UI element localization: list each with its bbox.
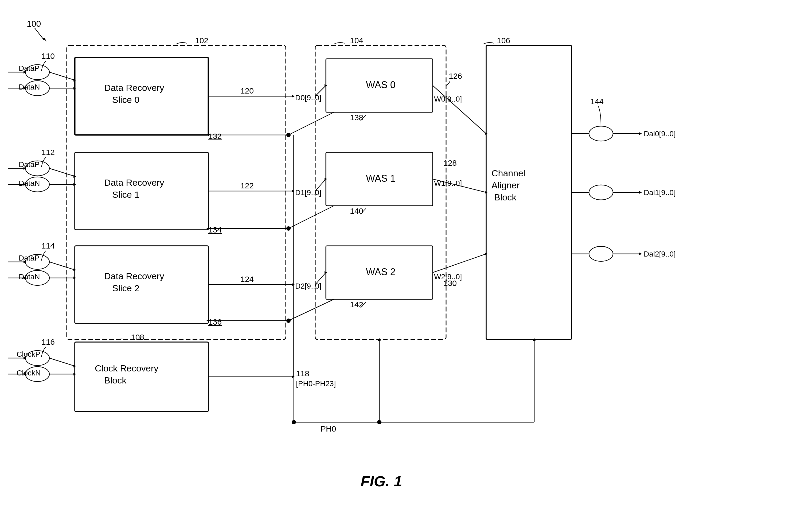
clock-recovery-box — [75, 342, 208, 411]
label-dal1: Dal1[9..0] — [644, 189, 676, 197]
svg-marker-70 — [639, 253, 642, 255]
svg-point-82 — [377, 420, 381, 424]
label-118: 118 — [296, 369, 309, 378]
channel-aligner-label2: Aligner — [491, 180, 520, 190]
label-datap2: DataP — [19, 160, 39, 169]
label-144: 144 — [590, 97, 604, 106]
clock-block-label2: Block — [104, 375, 126, 385]
svg-line-0 — [50, 72, 75, 80]
label-clockp: ClockP — [17, 350, 40, 359]
svg-point-79 — [292, 420, 296, 424]
label-datap1: DataP — [19, 64, 39, 73]
label-110: 110 — [41, 52, 55, 60]
label-104: 104 — [350, 36, 363, 45]
label-116: 116 — [41, 338, 55, 346]
svg-line-56 — [433, 86, 486, 134]
was1-label: WAS 1 — [366, 173, 396, 184]
slice1-label-line1: Data Recovery — [104, 177, 164, 188]
diagram-svg: 100 102 Data Recovery Slice 0 Data Recov… — [0, 0, 812, 516]
label-d0: D0[9..0] — [295, 93, 321, 102]
label-136: 136 — [208, 317, 222, 326]
label-106: 106 — [497, 36, 510, 45]
diagram-container: 100 102 Data Recovery Slice 0 Data Recov… — [0, 0, 812, 516]
svg-marker-33 — [292, 95, 295, 97]
label-138: 138 — [350, 113, 363, 122]
ellipse-dal1 — [589, 185, 613, 200]
channel-aligner-label1: Channel — [491, 168, 525, 178]
channel-aligner-label3: Block — [494, 192, 517, 202]
label-132: 132 — [208, 132, 222, 141]
label-112: 112 — [41, 148, 55, 156]
label-124: 124 — [240, 275, 254, 284]
svg-line-24 — [50, 358, 75, 366]
label-142: 142 — [350, 300, 363, 309]
label-ph0-ph23: [PH0-PH23] — [296, 379, 336, 388]
label-datan2: DataN — [19, 179, 40, 187]
ref-100: 100 — [27, 19, 41, 29]
slice2-label-line1: Data Recovery — [104, 271, 164, 281]
svg-line-60 — [433, 254, 486, 273]
svg-line-16 — [50, 262, 75, 270]
label-d2: D2[9..0] — [295, 282, 321, 290]
label-d1: D1[9..0] — [295, 189, 321, 197]
label-w0: W0[9..0] — [434, 95, 462, 103]
label-102: 102 — [195, 36, 208, 45]
label-122: 122 — [240, 181, 254, 190]
label-128: 128 — [443, 159, 457, 167]
label-140: 140 — [350, 206, 363, 216]
svg-point-47 — [286, 133, 291, 137]
was0-label: WAS 0 — [366, 79, 396, 90]
label-ph0: PH0 — [321, 424, 336, 433]
svg-marker-64 — [639, 132, 642, 135]
label-dal2: Dal2[9..0] — [644, 250, 676, 258]
svg-point-55 — [286, 318, 291, 323]
label-datan3: DataN — [19, 273, 40, 281]
label-126: 126 — [449, 71, 462, 80]
ellipse-dal2 — [589, 247, 613, 261]
label-w1: W1[9..0] — [434, 179, 462, 187]
svg-line-48 — [288, 206, 334, 228]
label-134: 134 — [208, 225, 222, 234]
was2-label: WAS 2 — [366, 266, 396, 277]
svg-line-44 — [288, 112, 334, 135]
slice2-label-line2: Slice 2 — [112, 283, 139, 293]
label-dal0: Dal0[9..0] — [644, 130, 676, 138]
label-120: 120 — [240, 86, 254, 95]
ellipse-dal0 — [589, 126, 613, 141]
clock-block-label1: Clock Recovery — [95, 363, 158, 373]
slice0-label-line2: Slice 0 — [112, 94, 139, 105]
svg-line-8 — [50, 168, 75, 176]
slice0-box — [75, 57, 208, 135]
label-datan1: DataN — [19, 83, 40, 91]
label-clockn: ClockN — [17, 369, 40, 377]
slice2-box — [75, 246, 208, 323]
label-datap3: DataP — [19, 254, 39, 262]
fig-label: FIG. 1 — [360, 473, 402, 490]
slice0-label-line1: Data Recovery — [104, 83, 164, 93]
svg-point-51 — [286, 226, 291, 231]
label-114: 114 — [41, 241, 55, 250]
svg-line-52 — [288, 299, 334, 321]
svg-marker-67 — [639, 191, 642, 194]
label-108: 108 — [131, 333, 144, 342]
label-w2: W2[9..0] — [434, 273, 462, 281]
slice1-label-line2: Slice 1 — [112, 190, 139, 200]
slice1-box — [75, 152, 208, 230]
